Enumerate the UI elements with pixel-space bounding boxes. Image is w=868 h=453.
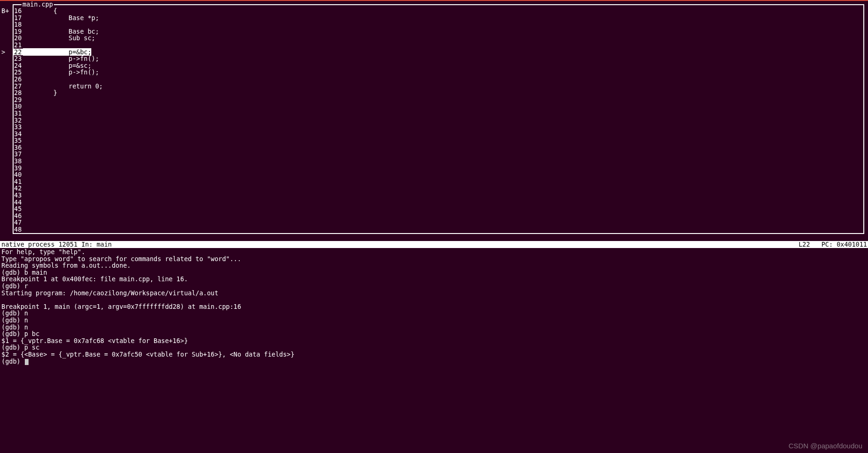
line-text [23, 137, 863, 144]
line-number: 20 [14, 35, 23, 42]
console-line: (gdb) r [1, 283, 867, 290]
source-line[interactable]: 42 [14, 185, 863, 192]
line-text: } [23, 89, 863, 96]
console-line: (gdb) n [1, 310, 867, 317]
source-line[interactable]: 35 [14, 137, 863, 144]
line-text [23, 110, 863, 117]
line-number: 26 [14, 76, 23, 83]
source-line[interactable]: 32 [14, 117, 863, 124]
line-text [23, 21, 863, 28]
console-line: Reading symbols from a.out...done. [1, 262, 867, 269]
source-line[interactable]: 45 [14, 205, 863, 212]
source-line[interactable]: 17 Base *p; [14, 15, 863, 22]
line-text [23, 96, 863, 103]
source-line[interactable]: 23 p->fn(); [14, 55, 863, 62]
console-line: (gdb) n [1, 317, 867, 324]
line-number: 48 [14, 226, 23, 233]
cursor [25, 359, 29, 365]
source-line[interactable]: 36 [14, 144, 863, 151]
source-line[interactable]: 19 Base bc; [14, 28, 863, 35]
line-number: 21 [14, 42, 23, 49]
line-number: 37 [14, 151, 23, 158]
console-line: Type "apropos word" to search for comman… [1, 256, 867, 263]
line-number: 46 [14, 212, 23, 219]
source-line[interactable]: 41 [14, 178, 863, 185]
line-number: 42 [14, 185, 23, 192]
source-line[interactable]: 27 return 0; [14, 83, 863, 90]
line-text: p->fn(); [23, 55, 863, 62]
line-text [23, 178, 863, 185]
source-line[interactable]: 21 [14, 42, 863, 49]
source-line[interactable]: 44 [14, 199, 863, 206]
line-number: 36 [14, 144, 23, 151]
source-line[interactable]: 24 p=&sc; [14, 62, 863, 69]
source-line[interactable]: 20 Sub sc; [14, 35, 863, 42]
line-number: 39 [14, 165, 23, 172]
line-number: 41 [14, 178, 23, 185]
line-number: 30 [14, 103, 23, 110]
source-file-tab: main.cpp [22, 1, 54, 8]
console-line: (gdb) p sc [1, 344, 867, 351]
line-text [23, 171, 863, 178]
line-text: p=&sc; [23, 62, 863, 69]
line-text [23, 192, 863, 199]
line-text [23, 131, 863, 138]
line-number: 29 [14, 96, 23, 103]
source-line[interactable]: 16 { [14, 7, 863, 15]
source-line[interactable]: 47 [14, 219, 863, 226]
source-line[interactable]: 31 [14, 110, 863, 117]
line-text [23, 76, 863, 83]
line-number: 45 [14, 205, 23, 212]
source-line[interactable]: 38 [14, 158, 863, 165]
console-line: $2 = {<Base> = {_vptr.Base = 0x7afc50 <v… [1, 351, 867, 358]
line-number: 34 [14, 131, 23, 138]
source-line[interactable]: 33 [14, 124, 863, 131]
console-line: (gdb) b main [1, 269, 867, 276]
status-bar: native process 12051 In: main L22 PC: 0x… [0, 241, 868, 248]
line-number: 32 [14, 117, 23, 124]
source-line[interactable]: 25 p->fn(); [14, 69, 863, 76]
console-line: (gdb) [1, 358, 867, 365]
line-number: 16 [14, 7, 23, 15]
source-line[interactable]: 46 [14, 212, 863, 219]
source-line[interactable]: 22 p=&bc; [14, 49, 863, 56]
gdb-console[interactable]: For help, type "help".Type "apropos word… [1, 248, 867, 453]
line-text [23, 124, 863, 131]
line-text [23, 151, 863, 158]
source-line[interactable]: 39 [14, 165, 863, 172]
line-text: Base bc; [23, 28, 863, 35]
line-text [23, 205, 863, 212]
line-text [23, 226, 863, 233]
source-line[interactable]: 40 [14, 171, 863, 178]
line-text: p=&bc; [23, 49, 863, 56]
line-number: 27 [14, 83, 23, 90]
console-line: $1 = {_vptr.Base = 0x7afc68 <vtable for … [1, 337, 867, 344]
source-pane[interactable]: 16 {17 Base *p;1819 Base bc;20 Sub sc;21… [13, 4, 864, 234]
source-line[interactable]: 48 [14, 226, 863, 233]
line-number: 28 [14, 89, 23, 96]
line-number: 25 [14, 69, 23, 76]
console-line: Breakpoint 1, main (argc=1, argv=0x7ffff… [1, 303, 867, 310]
line-number: 38 [14, 158, 23, 165]
status-right: L22 PC: 0x401011 [799, 241, 867, 248]
line-text [23, 103, 863, 110]
source-line[interactable]: 34 [14, 131, 863, 138]
line-text: { [23, 7, 863, 15]
source-line[interactable]: 29 [14, 96, 863, 103]
source-line[interactable]: 26 [14, 76, 863, 83]
console-line: Breakpoint 1 at 0x400fec: file main.cpp,… [1, 276, 867, 283]
console-line: (gdb) n [1, 324, 867, 331]
source-line[interactable]: 30 [14, 103, 863, 110]
source-line[interactable]: 37 [14, 151, 863, 158]
source-line[interactable]: 28 } [14, 89, 863, 96]
breakpoint-marker: B+ [1, 7, 12, 15]
source-line[interactable]: 43 [14, 192, 863, 199]
line-number: 33 [14, 124, 23, 131]
console-line: (gdb) p bc [1, 330, 867, 337]
line-number: 17 [14, 15, 23, 22]
source-line[interactable]: 18 [14, 21, 863, 28]
line-text [23, 158, 863, 165]
line-number: 47 [14, 219, 23, 226]
line-number: 22 [14, 49, 23, 56]
line-number: 43 [14, 192, 23, 199]
